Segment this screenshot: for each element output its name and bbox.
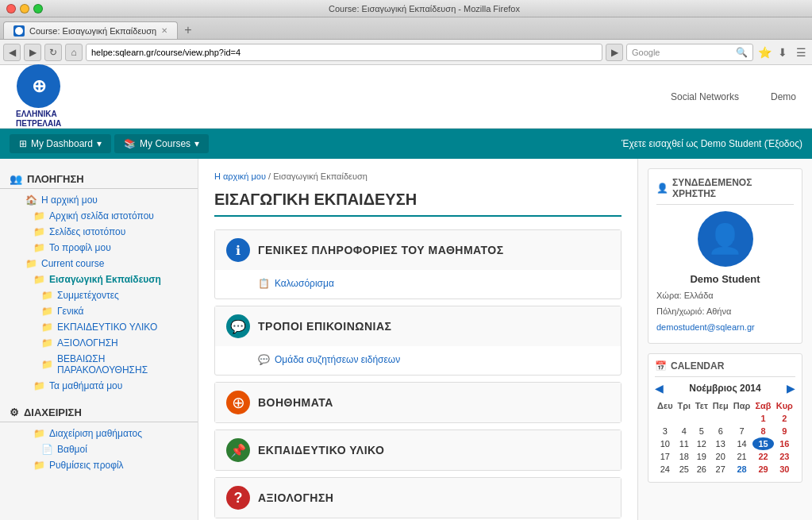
- my-courses-button[interactable]: 📚 My Courses ▾: [114, 134, 209, 153]
- user-city: Πόλη/χωριό: Αθήνα: [656, 304, 794, 320]
- cal-day[interactable]: 26: [693, 463, 710, 476]
- cal-day[interactable]: 28: [731, 463, 753, 476]
- user-avatar[interactable]: 👤: [698, 211, 753, 267]
- section-communication-header[interactable]: 💬 ΤΡΟΠΟΙ ΕΠΙΚΟΙΝΩΝΙΑΣ: [215, 306, 621, 346]
- forward-button[interactable]: ▶: [24, 44, 41, 61]
- cal-day[interactable]: 20: [710, 450, 731, 463]
- logo-circle: ⊕: [17, 64, 60, 108]
- cal-day[interactable]: 16: [774, 437, 795, 450]
- dashboard-dropdown-icon: ▾: [97, 138, 102, 149]
- cal-day[interactable]: 15: [752, 437, 773, 450]
- cal-day[interactable]: 22: [752, 450, 773, 463]
- reload-button[interactable]: ↻: [44, 44, 62, 61]
- folder-icon-9: 📁: [41, 337, 53, 349]
- cal-day[interactable]: 5: [693, 425, 710, 437]
- link-forum[interactable]: 💬 Ομάδα συζητήσεων ειδήσεων: [258, 352, 610, 367]
- cal-day[interactable]: 6: [710, 425, 731, 437]
- cal-next-button[interactable]: ▶: [787, 382, 795, 395]
- sidebar-item-current-course[interactable]: 📁 Current course: [0, 256, 198, 272]
- cal-day[interactable]: 25: [675, 463, 693, 476]
- sidebar-item-general[interactable]: 📁 Γενικά: [0, 303, 198, 319]
- search-box[interactable]: Google 🔍: [626, 44, 753, 61]
- folder-icon-2: 📁: [33, 226, 45, 237]
- sidebar-item-site-pages[interactable]: 📁 Σελίδες ιστοτόπου: [0, 224, 198, 240]
- browser-icons: ⭐ ⬇ ☰: [756, 44, 809, 60]
- cal-day[interactable]: 2: [774, 412, 795, 425]
- cal-day[interactable]: 30: [774, 463, 795, 476]
- main-content: Η αρχική μου / Εισαγωγική Εκπαίδευση ΕΙΣ…: [198, 159, 637, 520]
- cal-day[interactable]: 21: [731, 450, 753, 463]
- cal-day: [675, 412, 693, 425]
- download-icon[interactable]: ⬇: [775, 44, 791, 60]
- user-country: Χώρα: Ελλάδα: [656, 288, 794, 304]
- cal-day[interactable]: 3: [655, 425, 675, 437]
- cal-day[interactable]: 23: [774, 450, 795, 463]
- cal-day[interactable]: 7: [731, 425, 753, 437]
- cal-day[interactable]: 17: [655, 450, 675, 463]
- section-material-title: ΕΚΠΑΙΔΕΥΤΙΚΟ ΥΛΙΚΟ: [258, 444, 384, 456]
- maximize-button[interactable]: [33, 4, 43, 13]
- cal-day[interactable]: 29: [752, 463, 773, 476]
- calendar-title: 📅 CALENDAR: [655, 360, 795, 377]
- section-material-header[interactable]: 📌 ΕΚΠΑΙΔΕΥΤΙΚΟ ΥΛΙΚΟ: [215, 430, 621, 470]
- active-tab[interactable]: Course: Εισαγωγική Εκπαίδευση ✕: [3, 21, 178, 39]
- close-button[interactable]: [6, 4, 16, 13]
- sidebar-item-home[interactable]: 🏠 Η αρχική μου: [0, 192, 198, 208]
- sidebar-item-grades[interactable]: 📄 Βαθμοί: [0, 441, 198, 457]
- cal-day[interactable]: 4: [675, 425, 693, 437]
- sidebar-item-edu-material[interactable]: 📁 ΕΚΠΑΙΔΕΥΤΙΚΟ ΥΛΙΚΟ: [0, 319, 198, 335]
- section-evaluation-header[interactable]: ? ΑΞΙΟΛΟΓΗΣΗ: [215, 478, 621, 518]
- cal-header-mon: Δευ: [655, 399, 675, 412]
- cal-day[interactable]: 9: [774, 425, 795, 437]
- cal-day[interactable]: 18: [675, 450, 693, 463]
- section-aids-header[interactable]: ⊕ ΒΟΗΘΗΜΑΤΑ: [215, 383, 621, 422]
- demo-link[interactable]: Demo: [771, 91, 796, 102]
- cal-day[interactable]: 13: [710, 437, 731, 450]
- folder-icon-6: 📁: [41, 290, 53, 301]
- cal-day[interactable]: 1: [752, 412, 773, 425]
- sidebar-item-profile-settings[interactable]: 📁 Ρυθμίσεις προφίλ: [0, 457, 198, 473]
- my-dashboard-button[interactable]: ⊞ My Dashboard ▾: [10, 134, 111, 153]
- sidebar-item-course-mgmt[interactable]: 📁 Διαχείριση μαθήματος: [0, 426, 198, 441]
- cal-day[interactable]: 12: [693, 437, 710, 450]
- sidebar-item-participants[interactable]: 📁 Συμμετέχοντες: [0, 287, 198, 303]
- home-nav-button[interactable]: ⌂: [65, 44, 83, 61]
- cal-prev-button[interactable]: ◀: [655, 382, 664, 395]
- sidebar-item-site-home[interactable]: 📁 Αρχική σελίδα ιστοτόπου: [0, 208, 198, 224]
- sidebar-item-certificate[interactable]: 📁 ΒΕΒΑΙΩΣΗ ΠΑΡΑΚΟΛΟΥΘΗΣΗΣ: [0, 351, 198, 378]
- tab-favicon: [13, 25, 25, 37]
- top-right-links: Social Networks Demo: [671, 91, 796, 102]
- sidebar-item-my-courses[interactable]: 📁 Τα μαθήματά μου: [0, 378, 198, 394]
- window-controls[interactable]: [6, 4, 43, 13]
- sidebar-item-evaluation[interactable]: 📁 ΑΞΙΟΛΟΓΗΣΗ: [0, 335, 198, 351]
- sidebar-item-course-name[interactable]: 📁 Εισαγωγική Εκπαίδευση: [0, 272, 198, 287]
- social-networks-link[interactable]: Social Networks: [671, 91, 739, 102]
- breadcrumb: Η αρχική μου / Εισαγωγική Εκπαίδευση: [214, 171, 622, 181]
- link-kalwsorisma[interactable]: 📋 Καλωσόρισμα: [258, 276, 610, 291]
- cal-day[interactable]: 24: [655, 463, 675, 476]
- new-tab-button[interactable]: +: [178, 21, 198, 39]
- cal-day[interactable]: 19: [693, 450, 710, 463]
- folder-icon-4: 📁: [25, 258, 37, 269]
- cal-day[interactable]: 10: [655, 437, 675, 450]
- tab-close-icon[interactable]: ✕: [161, 26, 167, 35]
- cal-day[interactable]: 11: [675, 437, 693, 450]
- left-sidebar: 👥 ΠΛΟΗΓΗΣΗ 🏠 Η αρχική μου 📁 Αρχική σελίδ…: [0, 159, 198, 520]
- search-icon: 🔍: [736, 47, 748, 58]
- cal-day[interactable]: 8: [752, 425, 773, 437]
- cal-day[interactable]: 27: [710, 463, 731, 476]
- cal-day[interactable]: 14: [731, 437, 753, 450]
- section-evaluation-title: ΑΞΙΟΛΟΓΗΣΗ: [258, 491, 333, 504]
- user-nav-text: Έχετε εισαχθεί ως Demo Student (Έξοδος): [622, 138, 802, 149]
- sidebar-item-profile[interactable]: 📁 Το προφίλ μου: [0, 240, 198, 256]
- section-general-header[interactable]: ℹ ΓΕΝΙΚΕΣ ΠΛΗΡΟΦΟΡΙΕΣ ΤΟΥ ΜΑΘΗΜΑΤΟΣ: [215, 230, 621, 270]
- section-general-title: ΓΕΝΙΚΕΣ ΠΛΗΡΟΦΟΡΙΕΣ ΤΟΥ ΜΑΘΗΜΑΤΟΣ: [258, 244, 504, 256]
- minimize-button[interactable]: [20, 4, 29, 13]
- folder-icon-10: 📁: [41, 359, 53, 370]
- back-button[interactable]: ◀: [3, 44, 21, 61]
- breadcrumb-home[interactable]: Η αρχική μου: [214, 171, 266, 181]
- bookmark-icon[interactable]: ⭐: [756, 44, 772, 60]
- address-input[interactable]: [86, 44, 602, 61]
- go-button[interactable]: ▶: [606, 44, 623, 61]
- menu-icon[interactable]: ☰: [793, 44, 809, 60]
